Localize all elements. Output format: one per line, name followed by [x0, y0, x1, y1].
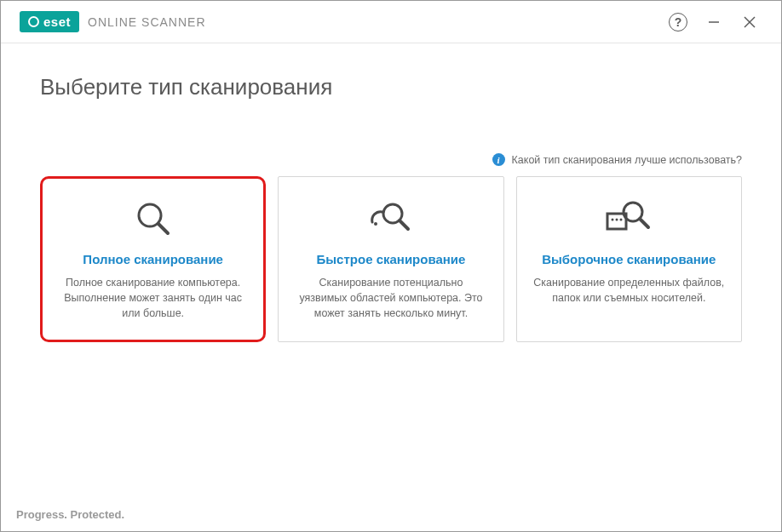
close-button[interactable] — [732, 5, 768, 39]
svg-point-11 — [620, 219, 623, 221]
svg-line-7 — [400, 220, 408, 229]
scan-cards: Полное сканирование Полное сканирование … — [40, 176, 742, 342]
brand-text: eset — [43, 14, 71, 29]
brand-logo: eset — [20, 11, 79, 32]
custom-scan-desc: Сканирование определенных файлов, папок … — [527, 275, 731, 306]
info-icon: i — [492, 153, 505, 166]
magnifier-speed-icon — [367, 198, 415, 239]
close-icon — [743, 15, 756, 29]
minimize-icon — [707, 15, 721, 29]
quick-scan-icon — [289, 196, 492, 242]
custom-scan-title: Выборочное сканирование — [527, 252, 731, 266]
custom-scan-icon — [527, 196, 731, 242]
full-scan-title: Полное сканирование — [51, 252, 255, 266]
quick-scan-desc: Сканирование потенциально уязвимых облас… — [289, 275, 492, 321]
titlebar: eset ONLINE SCANNER ? — [1, 1, 781, 43]
help-button[interactable]: ? — [660, 5, 696, 39]
svg-point-5 — [374, 222, 377, 226]
product-name: ONLINE SCANNER — [88, 15, 205, 29]
footer-tagline: Progress. Protected. — [16, 508, 124, 521]
page-title: Выберите тип сканирования — [40, 74, 742, 100]
info-hint-text: Какой тип сканирования лучше использоват… — [512, 154, 742, 166]
full-scan-icon — [51, 196, 255, 242]
help-icon: ? — [669, 13, 687, 31]
custom-scan-card[interactable]: Выборочное сканирование Сканирование опр… — [516, 176, 742, 342]
app-window: eset ONLINE SCANNER ? Выберите тип скани… — [0, 0, 782, 532]
svg-line-13 — [640, 219, 648, 227]
quick-scan-title: Быстрое сканирование — [289, 252, 492, 266]
svg-line-4 — [158, 224, 168, 233]
content-area: Выберите тип сканирования i Какой тип ск… — [1, 43, 781, 342]
svg-point-9 — [612, 219, 614, 221]
magnifier-list-icon — [605, 198, 653, 239]
quick-scan-card[interactable]: Быстрое сканирование Сканирование потенц… — [278, 176, 503, 342]
logo-ring-icon — [28, 16, 39, 27]
full-scan-card[interactable]: Полное сканирование Полное сканирование … — [40, 176, 266, 342]
full-scan-desc: Полное сканирование компьютера. Выполнен… — [51, 275, 255, 321]
info-hint-row[interactable]: i Какой тип сканирования лучше использов… — [40, 153, 742, 166]
magnifier-icon — [133, 198, 174, 239]
svg-point-10 — [616, 219, 618, 221]
minimize-button[interactable] — [696, 5, 732, 39]
